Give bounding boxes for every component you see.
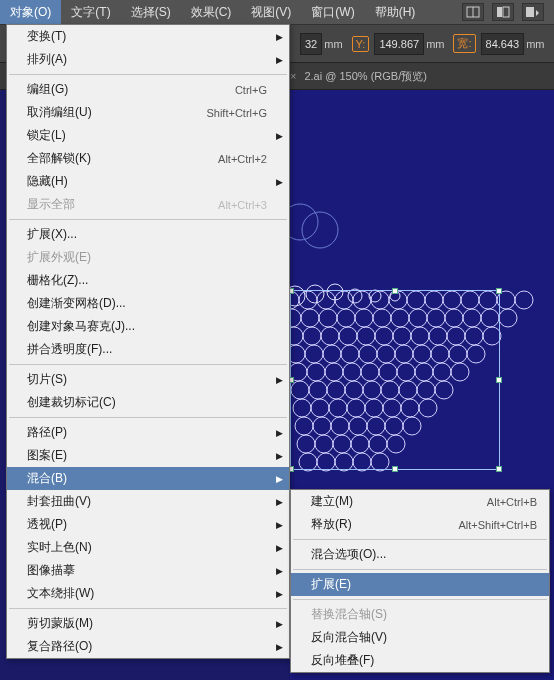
blend-submenu-item[interactable]: 混合选项(O)...: [291, 543, 549, 566]
menu-item-shortcut: Shift+Ctrl+G: [206, 107, 267, 119]
submenu-arrow-icon: ▶: [276, 619, 283, 629]
menu-item-shortcut: Alt+Shift+Ctrl+B: [458, 519, 537, 531]
object-menu-item[interactable]: 创建裁切标记(C): [7, 391, 289, 414]
blend-submenu-item[interactable]: 扩展(E): [291, 573, 549, 596]
svg-point-33: [499, 309, 517, 327]
y-field[interactable]: 149.867: [374, 33, 424, 55]
object-menu-item[interactable]: 透视(P)▶: [7, 513, 289, 536]
object-menu-item[interactable]: 混合(B)▶: [7, 467, 289, 490]
object-menu-item[interactable]: 变换(T)▶: [7, 25, 289, 48]
svg-rect-3: [503, 7, 509, 17]
menu-item-label: 锁定(L): [27, 127, 267, 144]
object-menu-item[interactable]: 封套扭曲(V)▶: [7, 490, 289, 513]
object-menu-item[interactable]: 扩展(X)...: [7, 223, 289, 246]
document-tab-title[interactable]: 2.ai @ 150% (RGB/预览): [304, 69, 426, 84]
menu-item-shortcut: Alt+Ctrl+3: [218, 199, 267, 211]
object-menu-item[interactable]: 复合路径(O)▶: [7, 635, 289, 658]
menu-item-shortcut: Alt+Ctrl+2: [218, 153, 267, 165]
menu-item-label: 全部解锁(K): [27, 150, 218, 167]
blend-submenu-item[interactable]: 反向混合轴(V): [291, 626, 549, 649]
menu-item-label: 创建对象马赛克(J)...: [27, 318, 267, 335]
object-menu-item: 扩展外观(E): [7, 246, 289, 269]
menu-窗口[interactable]: 窗口(W): [301, 0, 364, 24]
menu-item-label: 替换混合轴(S): [311, 606, 537, 623]
w-label: 宽:: [453, 34, 475, 53]
unit-label-2: mm: [426, 38, 444, 50]
menu-文字[interactable]: 文字(T): [61, 0, 120, 24]
submenu-arrow-icon: ▶: [276, 474, 283, 484]
submenu-arrow-icon: ▶: [276, 32, 283, 42]
object-menu-item[interactable]: 切片(S)▶: [7, 368, 289, 391]
object-menu-item[interactable]: 文本绕排(W)▶: [7, 582, 289, 605]
object-menu-item[interactable]: 路径(P)▶: [7, 421, 289, 444]
menu-帮助[interactable]: 帮助(H): [365, 0, 426, 24]
w-field[interactable]: 84.643: [481, 33, 525, 55]
svg-point-20: [515, 291, 533, 309]
object-menu-item[interactable]: 排列(A)▶: [7, 48, 289, 71]
tab-close-icon[interactable]: ×: [290, 70, 296, 82]
menu-item-label: 反向混合轴(V): [311, 629, 537, 646]
submenu-arrow-icon: ▶: [276, 428, 283, 438]
selection-handle[interactable]: [496, 377, 502, 383]
menu-item-label: 路径(P): [27, 424, 267, 441]
menu-item-label: 扩展外观(E): [27, 249, 267, 266]
menu-item-label: 编组(G): [27, 81, 235, 98]
menu-item-label: 反向堆叠(F): [311, 652, 537, 669]
object-menu-item[interactable]: 编组(G)Ctrl+G: [7, 78, 289, 101]
object-menu-item[interactable]: 锁定(L)▶: [7, 124, 289, 147]
submenu-arrow-icon: ▶: [276, 543, 283, 553]
object-menu-item[interactable]: 创建渐变网格(D)...: [7, 292, 289, 315]
layout-icon-1[interactable]: [462, 3, 484, 21]
menu-item-label: 复合路径(O): [27, 638, 267, 655]
layout-icon-2[interactable]: [492, 3, 514, 21]
submenu-arrow-icon: ▶: [276, 451, 283, 461]
x-field[interactable]: 32: [300, 33, 322, 55]
menu-item-label: 隐藏(H): [27, 173, 267, 190]
selection-handle[interactable]: [496, 288, 502, 294]
object-menu-separator: [9, 74, 287, 75]
object-menu-item[interactable]: 剪切蒙版(M)▶: [7, 612, 289, 635]
menubar-right-icons: [462, 3, 554, 21]
blend-submenu: 建立(M)Alt+Ctrl+B释放(R)Alt+Shift+Ctrl+B混合选项…: [290, 489, 550, 673]
menu-对象[interactable]: 对象(O): [0, 0, 61, 24]
submenu-arrow-icon: ▶: [276, 642, 283, 652]
menu-item-label: 切片(S): [27, 371, 267, 388]
unit-label: mm: [324, 38, 342, 50]
menu-效果[interactable]: 效果(C): [181, 0, 242, 24]
submenu-arrow-icon: ▶: [276, 520, 283, 530]
object-menu-item[interactable]: 拼合透明度(F)...: [7, 338, 289, 361]
selection-bounds: [290, 290, 500, 470]
submenu-arrow-icon: ▶: [276, 55, 283, 65]
menu-item-label: 显示全部: [27, 196, 218, 213]
menu-item-label: 创建裁切标记(C): [27, 394, 267, 411]
object-menu-item[interactable]: 创建对象马赛克(J)...: [7, 315, 289, 338]
menu-bar: 对象(O)文字(T)选择(S)效果(C)视图(V)窗口(W)帮助(H): [0, 0, 554, 24]
blend-submenu-item[interactable]: 释放(R)Alt+Shift+Ctrl+B: [291, 513, 549, 536]
object-menu-separator: [9, 417, 287, 418]
object-menu-item[interactable]: 栅格化(Z)...: [7, 269, 289, 292]
object-menu-separator: [9, 219, 287, 220]
layout-icon-3[interactable]: [522, 3, 544, 21]
y-label: Y:: [352, 36, 370, 52]
selection-handle[interactable]: [496, 466, 502, 472]
menu-视图[interactable]: 视图(V): [241, 0, 301, 24]
object-menu-item[interactable]: 取消编组(U)Shift+Ctrl+G: [7, 101, 289, 124]
object-menu-item[interactable]: 实时上色(N)▶: [7, 536, 289, 559]
menu-item-label: 混合(B): [27, 470, 267, 487]
menu-item-label: 拼合透明度(F)...: [27, 341, 267, 358]
blend-submenu-item[interactable]: 建立(M)Alt+Ctrl+B: [291, 490, 549, 513]
menu-item-label: 释放(R): [311, 516, 458, 533]
submenu-arrow-icon: ▶: [276, 497, 283, 507]
menu-item-label: 变换(T): [27, 28, 267, 45]
object-menu-item[interactable]: 图像描摹▶: [7, 559, 289, 582]
selection-handle[interactable]: [392, 466, 398, 472]
submenu-arrow-icon: ▶: [276, 589, 283, 599]
object-menu-item[interactable]: 隐藏(H)▶: [7, 170, 289, 193]
menu-item-label: 扩展(E): [311, 576, 537, 593]
blend-submenu-item[interactable]: 反向堆叠(F): [291, 649, 549, 672]
object-menu-item[interactable]: 图案(E)▶: [7, 444, 289, 467]
submenu-arrow-icon: ▶: [276, 131, 283, 141]
selection-handle[interactable]: [392, 288, 398, 294]
menu-选择[interactable]: 选择(S): [121, 0, 181, 24]
object-menu-item[interactable]: 全部解锁(K)Alt+Ctrl+2: [7, 147, 289, 170]
